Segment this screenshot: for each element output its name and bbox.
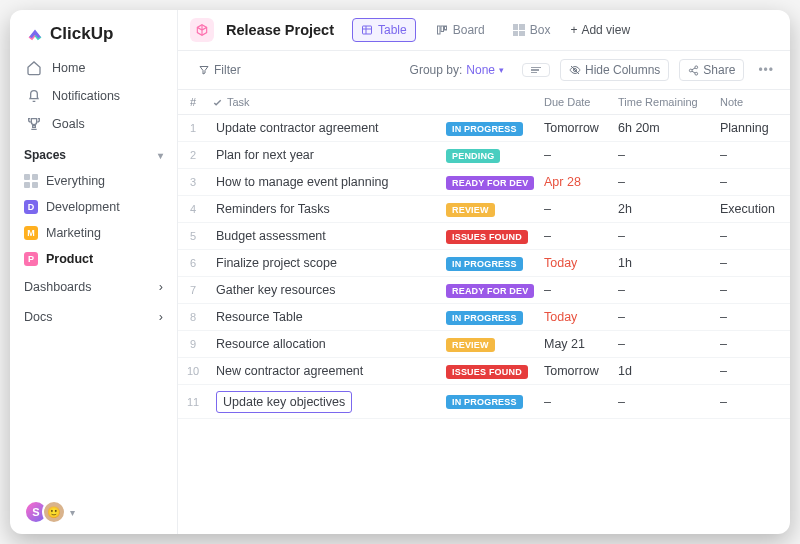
space-everything[interactable]: Everything [10,168,177,194]
table-row[interactable]: 3 How to manage event planning READY FOR… [178,169,790,196]
user-avatars[interactable]: S 🙂 ▾ [10,490,177,534]
cell-time-remaining[interactable]: – [618,175,720,189]
cell-note[interactable]: – [720,256,790,270]
cell-note[interactable]: – [720,337,790,351]
nav-notifications[interactable]: Notifications [18,82,169,110]
cell-note[interactable]: – [720,364,790,378]
cell-status[interactable]: READY FOR DEV [446,175,544,190]
cell-note[interactable]: – [720,148,790,162]
cell-task[interactable]: New contractor agreement [208,364,446,378]
view-tab-table[interactable]: Table [352,18,416,42]
cell-due-date[interactable]: Today [544,256,618,270]
cell-status[interactable]: PENDING [446,148,544,163]
cell-task[interactable]: Resource allocation [208,337,446,351]
table-row[interactable]: 6 Finalize project scope IN PROGRESS Tod… [178,250,790,277]
col-header-time[interactable]: Time Remaining [618,96,720,108]
cell-note[interactable]: – [720,310,790,324]
task-name-input[interactable]: Update key objectives [216,391,352,413]
cell-note[interactable]: – [720,283,790,297]
cell-time-remaining[interactable]: – [618,395,720,409]
cell-time-remaining[interactable]: 1d [618,364,720,378]
cell-time-remaining[interactable]: 6h 20m [618,121,720,135]
col-header-task[interactable]: Task [208,96,446,108]
table-row[interactable]: 9 Resource allocation REVIEW May 21 – – [178,331,790,358]
col-header-due[interactable]: Due Date [544,96,618,108]
cell-status[interactable]: READY FOR DEV [446,283,544,298]
cell-due-date[interactable]: Apr 28 [544,175,618,189]
cell-due-date[interactable]: – [544,148,618,162]
cell-status[interactable]: REVIEW [446,202,544,217]
nav-docs[interactable]: Docs › [10,302,177,332]
add-view-button[interactable]: + Add view [570,23,630,37]
brand-logo[interactable]: ClickUp [10,10,177,54]
view-tab-board[interactable]: Board [428,19,493,41]
cell-status[interactable]: IN PROGRESS [446,394,544,409]
cell-status[interactable]: IN PROGRESS [446,121,544,136]
table-row[interactable]: 5 Budget assessment ISSUES FOUND – – – [178,223,790,250]
more-options-button[interactable]: ••• [754,63,778,77]
cell-note[interactable]: – [720,229,790,243]
table-row[interactable]: 10 New contractor agreement ISSUES FOUND… [178,358,790,385]
cell-status[interactable]: ISSUES FOUND [446,364,544,379]
cell-note[interactable]: Execution [720,202,790,216]
cell-status[interactable]: IN PROGRESS [446,256,544,271]
chevron-down-icon[interactable]: ▾ [70,507,75,518]
cell-time-remaining[interactable]: – [618,310,720,324]
space-item-marketing[interactable]: MMarketing [10,220,177,246]
filter-button[interactable]: Filter [190,60,249,80]
cell-time-remaining[interactable]: 1h [618,256,720,270]
space-item-development[interactable]: DDevelopment [10,194,177,220]
row-number: 7 [178,284,208,296]
svg-point-7 [695,72,698,75]
cell-task[interactable]: Gather key resources [208,283,446,297]
nav-goals[interactable]: Goals [18,110,169,138]
view-tab-box[interactable]: Box [505,19,559,41]
nav-home[interactable]: Home [18,54,169,82]
cell-due-date[interactable]: – [544,395,618,409]
cell-due-date[interactable]: Today [544,310,618,324]
cell-note[interactable]: – [720,395,790,409]
col-header-number[interactable]: # [178,96,208,108]
cell-time-remaining[interactable]: 2h [618,202,720,216]
cell-time-remaining[interactable]: – [618,337,720,351]
task-name: Resource allocation [216,337,326,351]
cell-time-remaining[interactable]: – [618,148,720,162]
cell-status[interactable]: REVIEW [446,337,544,352]
cell-status[interactable]: IN PROGRESS [446,310,544,325]
cell-task[interactable]: Budget assessment [208,229,446,243]
cell-task[interactable]: Update key objectives [208,391,446,413]
cell-task[interactable]: Update contractor agreement [208,121,446,135]
space-item-product[interactable]: PProduct [10,246,177,272]
cell-due-date[interactable]: Tomorrow [544,121,618,135]
group-by-button[interactable]: Group by: None ▾ [402,60,512,80]
cell-task[interactable]: Reminders for Tasks [208,202,446,216]
cell-status[interactable]: ISSUES FOUND [446,229,544,244]
cell-note[interactable]: Planning [720,121,790,135]
cell-due-date[interactable]: – [544,202,618,216]
cell-due-date[interactable]: – [544,229,618,243]
table-row[interactable]: 11 Update key objectives IN PROGRESS – –… [178,385,790,419]
hide-columns-button[interactable]: Hide Columns [560,59,669,81]
table-row[interactable]: 4 Reminders for Tasks REVIEW – 2h Execut… [178,196,790,223]
cell-time-remaining[interactable]: – [618,283,720,297]
cell-note[interactable]: – [720,175,790,189]
avatar[interactable]: 🙂 [42,500,66,524]
cell-due-date[interactable]: – [544,283,618,297]
spaces-header[interactable]: Spaces ▾ [10,138,177,168]
cell-time-remaining[interactable]: – [618,229,720,243]
sort-button[interactable] [522,63,550,78]
share-button[interactable]: Share [679,59,744,81]
table-row[interactable]: 7 Gather key resources READY FOR DEV – –… [178,277,790,304]
col-header-note[interactable]: Note [720,96,790,108]
table-row[interactable]: 1 Update contractor agreement IN PROGRES… [178,115,790,142]
cell-task[interactable]: Finalize project scope [208,256,446,270]
table-row[interactable]: 2 Plan for next year PENDING – – – [178,142,790,169]
cell-task[interactable]: Plan for next year [208,148,446,162]
space-badge: M [24,226,38,240]
table-row[interactable]: 8 Resource Table IN PROGRESS Today – – [178,304,790,331]
cell-task[interactable]: Resource Table [208,310,446,324]
cell-due-date[interactable]: Tomorrow [544,364,618,378]
nav-dashboards[interactable]: Dashboards › [10,272,177,302]
cell-task[interactable]: How to manage event planning [208,175,446,189]
cell-due-date[interactable]: May 21 [544,337,618,351]
